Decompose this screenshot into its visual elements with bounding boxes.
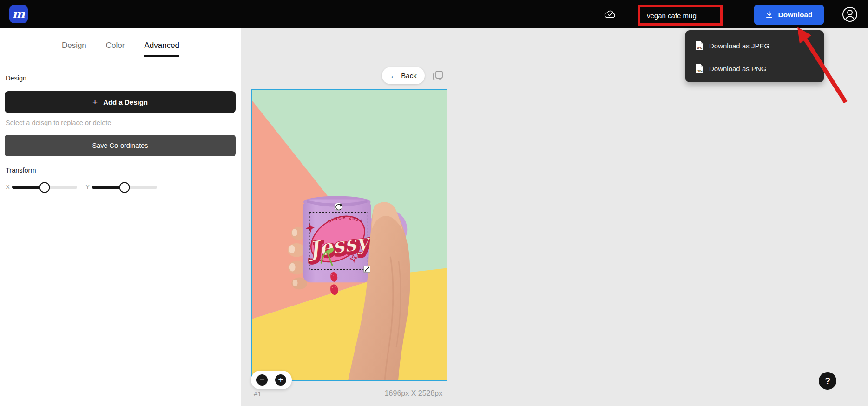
left-panel: Design Color Advanced Design + Add a Des… xyxy=(0,28,241,406)
mockup-canvas-image[interactable]: SINCE 2024 Jessy Jessy xyxy=(251,89,447,381)
tab-advanced[interactable]: Advanced xyxy=(144,41,179,57)
resize-handle[interactable] xyxy=(364,266,370,273)
slider-x-thumb[interactable] xyxy=(39,182,50,193)
plus-icon: + xyxy=(278,377,284,384)
transform-section-label: Transform xyxy=(6,166,36,174)
canvas-dimensions-label: 1696px X 2528px xyxy=(372,389,455,398)
menu-item-download-jpeg[interactable]: JPG Download as JPEG xyxy=(685,34,824,57)
transform-sliders: X Y xyxy=(0,181,241,195)
plus-icon: + xyxy=(92,97,98,107)
zoom-out-button[interactable]: − xyxy=(256,374,268,386)
slider-x-label: X xyxy=(6,183,10,191)
png-file-icon: PNG xyxy=(696,64,704,73)
page-indicator: #1 xyxy=(254,390,262,398)
top-bar: m Download xyxy=(0,0,868,28)
menu-item-download-png[interactable]: PNG Download as PNG xyxy=(685,57,824,80)
zoom-in-button[interactable]: + xyxy=(275,374,286,386)
brand-logo[interactable]: m xyxy=(9,5,28,23)
slider-y[interactable] xyxy=(92,186,157,189)
slider-y-label: Y xyxy=(85,183,90,191)
user-avatar-icon[interactable] xyxy=(842,7,858,22)
tab-design[interactable]: Design xyxy=(62,41,86,57)
panel-tabs: Design Color Advanced xyxy=(0,41,241,57)
add-design-button[interactable]: + Add a Design xyxy=(5,91,236,113)
download-icon xyxy=(765,11,773,19)
zoom-controls: − + xyxy=(251,371,292,389)
duplicate-page-icon[interactable] xyxy=(432,69,444,82)
save-coordinates-button[interactable]: Save Co-ordinates xyxy=(5,135,236,156)
menu-item-label: Download as JPEG xyxy=(709,42,769,50)
svg-text:JPG: JPG xyxy=(697,47,702,49)
add-design-label: Add a Design xyxy=(103,98,148,106)
tab-color[interactable]: Color xyxy=(106,41,125,57)
brand-logo-letter: m xyxy=(12,7,25,21)
mockup-editor-app: m Download xyxy=(0,0,868,406)
design-section-label: Design xyxy=(6,74,26,82)
svg-text:PNG: PNG xyxy=(697,69,703,72)
jpg-file-icon: JPG xyxy=(696,41,704,50)
design-helper-text: Select a deisgn to replace or delete xyxy=(6,119,111,126)
download-button[interactable]: Download xyxy=(754,5,824,25)
back-button[interactable]: ← Back xyxy=(382,67,425,84)
project-name-input[interactable] xyxy=(639,7,721,24)
back-arrow-icon: ← xyxy=(390,72,397,80)
download-format-menu: JPG Download as JPEG PNG Download as PNG xyxy=(685,30,824,82)
menu-item-label: Download as PNG xyxy=(709,65,766,73)
rotate-handle[interactable] xyxy=(335,203,342,211)
slider-y-thumb[interactable] xyxy=(119,182,130,193)
help-button[interactable]: ? xyxy=(819,372,836,390)
back-button-label: Back xyxy=(401,72,416,80)
download-button-label: Download xyxy=(778,11,812,19)
slider-x[interactable] xyxy=(12,186,77,189)
cloud-sync-icon xyxy=(603,9,617,20)
minus-icon: − xyxy=(259,377,265,384)
